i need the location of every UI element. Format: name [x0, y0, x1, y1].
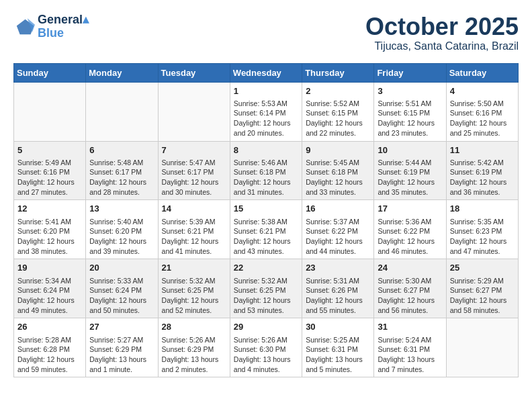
calendar-cell: 31Sunrise: 5:24 AM Sunset: 6:31 PM Dayli…: [374, 318, 446, 377]
title-block: October 2025 Tijucas, Santa Catarina, Br…: [365, 13, 519, 52]
day-number: 1: [234, 85, 298, 97]
day-number: 17: [378, 203, 442, 215]
day-number: 11: [450, 144, 515, 156]
day-number: 23: [306, 262, 370, 274]
day-number: 18: [450, 203, 515, 215]
day-number: 25: [450, 262, 515, 274]
day-number: 10: [378, 144, 442, 156]
calendar-week-3: 12Sunrise: 5:41 AM Sunset: 6:20 PM Dayli…: [14, 200, 519, 259]
day-info: Sunrise: 5:33 AM Sunset: 6:24 PM Dayligh…: [89, 276, 154, 316]
page-header: General▴ Blue October 2025 Tijucas, Sant…: [13, 13, 519, 52]
weekday-saturday: Saturday: [446, 63, 518, 82]
calendar-cell: 19Sunrise: 5:34 AM Sunset: 6:24 PM Dayli…: [14, 259, 86, 318]
day-number: 30: [306, 321, 370, 333]
calendar-cell: 15Sunrise: 5:38 AM Sunset: 6:21 PM Dayli…: [230, 200, 302, 259]
calendar-cell: 24Sunrise: 5:30 AM Sunset: 6:27 PM Dayli…: [374, 259, 446, 318]
day-number: 4: [450, 85, 515, 97]
logo-text: General▴ Blue: [38, 13, 89, 40]
calendar-cell: 3Sunrise: 5:51 AM Sunset: 6:15 PM Daylig…: [374, 82, 446, 141]
day-info: Sunrise: 5:52 AM Sunset: 6:15 PM Dayligh…: [306, 99, 370, 138]
weekday-friday: Friday: [374, 63, 446, 82]
weekday-wednesday: Wednesday: [230, 63, 302, 82]
calendar-cell: 5Sunrise: 5:49 AM Sunset: 6:16 PM Daylig…: [14, 141, 86, 200]
day-number: 16: [306, 203, 370, 215]
day-info: Sunrise: 5:42 AM Sunset: 6:19 PM Dayligh…: [450, 158, 515, 197]
calendar-week-4: 19Sunrise: 5:34 AM Sunset: 6:24 PM Dayli…: [14, 259, 519, 318]
day-number: 12: [17, 203, 82, 215]
day-info: Sunrise: 5:37 AM Sunset: 6:22 PM Dayligh…: [306, 217, 370, 257]
day-info: Sunrise: 5:35 AM Sunset: 6:23 PM Dayligh…: [450, 217, 515, 257]
day-number: 28: [162, 321, 226, 333]
weekday-tuesday: Tuesday: [158, 63, 230, 82]
calendar-cell: 30Sunrise: 5:25 AM Sunset: 6:31 PM Dayli…: [302, 318, 374, 377]
calendar-cell: 23Sunrise: 5:31 AM Sunset: 6:26 PM Dayli…: [302, 259, 374, 318]
logo-icon: [13, 16, 35, 38]
calendar-cell: 1Sunrise: 5:53 AM Sunset: 6:14 PM Daylig…: [230, 82, 302, 141]
calendar-cell: 11Sunrise: 5:42 AM Sunset: 6:19 PM Dayli…: [446, 141, 518, 200]
calendar-cell: 21Sunrise: 5:32 AM Sunset: 6:25 PM Dayli…: [158, 259, 230, 318]
day-info: Sunrise: 5:44 AM Sunset: 6:19 PM Dayligh…: [378, 158, 442, 197]
day-number: 13: [89, 203, 154, 215]
weekday-monday: Monday: [86, 63, 158, 82]
day-info: Sunrise: 5:31 AM Sunset: 6:26 PM Dayligh…: [306, 276, 370, 316]
calendar-cell: 18Sunrise: 5:35 AM Sunset: 6:23 PM Dayli…: [446, 200, 518, 259]
day-number: 3: [378, 85, 442, 97]
calendar-cell: 25Sunrise: 5:29 AM Sunset: 6:27 PM Dayli…: [446, 259, 518, 318]
day-number: 22: [234, 262, 298, 274]
day-info: Sunrise: 5:30 AM Sunset: 6:27 PM Dayligh…: [378, 276, 442, 316]
day-info: Sunrise: 5:36 AM Sunset: 6:22 PM Dayligh…: [378, 217, 442, 257]
day-info: Sunrise: 5:38 AM Sunset: 6:21 PM Dayligh…: [234, 217, 298, 257]
calendar-cell: 14Sunrise: 5:39 AM Sunset: 6:21 PM Dayli…: [158, 200, 230, 259]
calendar-cell: 8Sunrise: 5:46 AM Sunset: 6:18 PM Daylig…: [230, 141, 302, 200]
calendar-cell: 27Sunrise: 5:27 AM Sunset: 6:29 PM Dayli…: [86, 318, 158, 377]
calendar-cell: 9Sunrise: 5:45 AM Sunset: 6:18 PM Daylig…: [302, 141, 374, 200]
day-number: 14: [162, 203, 226, 215]
day-info: Sunrise: 5:26 AM Sunset: 6:29 PM Dayligh…: [162, 335, 226, 375]
calendar-cell: 26Sunrise: 5:28 AM Sunset: 6:28 PM Dayli…: [14, 318, 86, 377]
day-info: Sunrise: 5:48 AM Sunset: 6:17 PM Dayligh…: [89, 158, 154, 197]
day-info: Sunrise: 5:50 AM Sunset: 6:16 PM Dayligh…: [450, 99, 515, 138]
calendar-cell: 2Sunrise: 5:52 AM Sunset: 6:15 PM Daylig…: [302, 82, 374, 141]
calendar-cell: 12Sunrise: 5:41 AM Sunset: 6:20 PM Dayli…: [14, 200, 86, 259]
day-number: 5: [17, 144, 82, 156]
calendar-cell: 20Sunrise: 5:33 AM Sunset: 6:24 PM Dayli…: [86, 259, 158, 318]
calendar-week-2: 5Sunrise: 5:49 AM Sunset: 6:16 PM Daylig…: [14, 141, 519, 200]
day-info: Sunrise: 5:45 AM Sunset: 6:18 PM Dayligh…: [306, 158, 370, 197]
day-info: Sunrise: 5:39 AM Sunset: 6:21 PM Dayligh…: [162, 217, 226, 257]
day-info: Sunrise: 5:24 AM Sunset: 6:31 PM Dayligh…: [378, 335, 442, 375]
day-number: 6: [89, 144, 154, 156]
calendar-cell: [86, 82, 158, 141]
day-info: Sunrise: 5:32 AM Sunset: 6:25 PM Dayligh…: [234, 276, 298, 316]
day-info: Sunrise: 5:40 AM Sunset: 6:20 PM Dayligh…: [89, 217, 154, 257]
location-subtitle: Tijucas, Santa Catarina, Brazil: [365, 40, 519, 52]
day-number: 20: [89, 262, 154, 274]
day-number: 27: [89, 321, 154, 333]
day-info: Sunrise: 5:26 AM Sunset: 6:30 PM Dayligh…: [234, 335, 298, 375]
day-info: Sunrise: 5:53 AM Sunset: 6:14 PM Dayligh…: [234, 99, 298, 138]
weekday-thursday: Thursday: [302, 63, 374, 82]
calendar-cell: 29Sunrise: 5:26 AM Sunset: 6:30 PM Dayli…: [230, 318, 302, 377]
day-info: Sunrise: 5:49 AM Sunset: 6:16 PM Dayligh…: [17, 158, 82, 197]
day-info: Sunrise: 5:32 AM Sunset: 6:25 PM Dayligh…: [162, 276, 226, 316]
calendar-cell: 17Sunrise: 5:36 AM Sunset: 6:22 PM Dayli…: [374, 200, 446, 259]
weekday-sunday: Sunday: [14, 63, 86, 82]
day-number: 2: [306, 85, 370, 97]
calendar-cell: 16Sunrise: 5:37 AM Sunset: 6:22 PM Dayli…: [302, 200, 374, 259]
calendar-cell: 13Sunrise: 5:40 AM Sunset: 6:20 PM Dayli…: [86, 200, 158, 259]
day-info: Sunrise: 5:28 AM Sunset: 6:28 PM Dayligh…: [17, 335, 82, 375]
calendar-cell: 4Sunrise: 5:50 AM Sunset: 6:16 PM Daylig…: [446, 82, 518, 141]
day-info: Sunrise: 5:46 AM Sunset: 6:18 PM Dayligh…: [234, 158, 298, 197]
calendar-cell: [446, 318, 518, 377]
day-number: 31: [378, 321, 442, 333]
day-number: 8: [234, 144, 298, 156]
day-number: 26: [17, 321, 82, 333]
calendar-cell: 22Sunrise: 5:32 AM Sunset: 6:25 PM Dayli…: [230, 259, 302, 318]
calendar-body: 1Sunrise: 5:53 AM Sunset: 6:14 PM Daylig…: [14, 82, 519, 377]
day-info: Sunrise: 5:27 AM Sunset: 6:29 PM Dayligh…: [89, 335, 154, 375]
calendar-cell: [14, 82, 86, 141]
day-info: Sunrise: 5:47 AM Sunset: 6:17 PM Dayligh…: [162, 158, 226, 197]
logo: General▴ Blue: [13, 13, 89, 40]
day-number: 9: [306, 144, 370, 156]
month-title: October 2025: [365, 13, 519, 40]
day-info: Sunrise: 5:25 AM Sunset: 6:31 PM Dayligh…: [306, 335, 370, 375]
